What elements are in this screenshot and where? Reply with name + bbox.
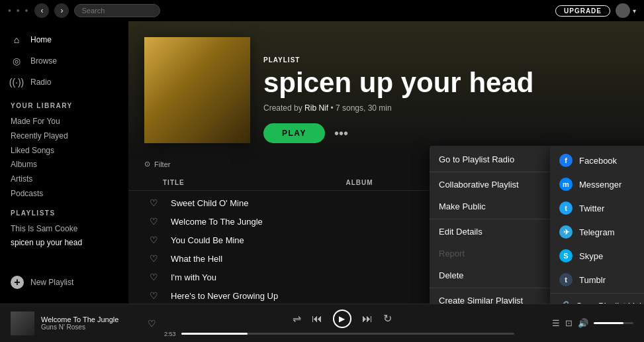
share-tumblr[interactable]: t Tumblr xyxy=(550,268,644,292)
sidebar-item-browse[interactable]: ◎ Browse xyxy=(0,50,128,72)
now-playing-area: Welcome To The Jungle Guns N' Roses ♡ xyxy=(11,312,156,335)
like-button[interactable]: ♡ xyxy=(144,272,163,282)
sidebar-item-label: Home xyxy=(30,35,52,44)
filter-icon: ⊙ xyxy=(144,160,150,168)
sidebar-item-liked-songs[interactable]: Liked Songs xyxy=(0,142,128,157)
content-area: PLAYLIST spicen up your head Created by … xyxy=(128,21,644,304)
twitter-icon: t xyxy=(559,201,573,215)
menu-divider xyxy=(430,172,562,172)
filter-area: ⊙ Filter xyxy=(144,160,170,168)
avatar-area[interactable]: ▾ xyxy=(616,3,636,18)
share-messenger-label: Messenger xyxy=(579,180,621,190)
menu-item-go-to-radio[interactable]: Go to Playlist Radio xyxy=(430,148,562,170)
sidebar-item-radio[interactable]: ((·)) Radio xyxy=(0,72,128,93)
menu-item-edit-details[interactable]: Edit Details xyxy=(430,221,562,243)
avatar xyxy=(616,3,630,18)
filter-label: Filter xyxy=(154,160,170,168)
menu-divider xyxy=(550,293,644,294)
copy-link-label: Copy Playlist Link xyxy=(576,301,644,304)
like-button[interactable]: ♡ xyxy=(144,198,163,208)
menu-item-collaborative[interactable]: Collaborative Playlist xyxy=(430,174,562,196)
like-button[interactable]: ♡ xyxy=(144,253,163,264)
share-submenu: f Facebook m Messenger t Twitter ✈ Teleg… xyxy=(550,146,644,304)
playlist-title: spicen up your head xyxy=(263,68,628,98)
home-icon: ⌂ xyxy=(11,34,23,46)
messenger-icon: m xyxy=(559,178,573,191)
heart-button[interactable]: ♡ xyxy=(148,318,156,329)
upgrade-button[interactable]: UPGRADE xyxy=(555,5,610,17)
sidebar-item-albums[interactable]: Albums xyxy=(0,156,128,171)
menu-item-delete[interactable]: Delete xyxy=(430,264,562,286)
repeat-button[interactable]: ↻ xyxy=(383,312,392,325)
now-playing-artist: Guns N' Roses xyxy=(41,323,141,331)
track-name: Welcome To The Jungle xyxy=(171,217,338,227)
sidebar-item-label: Radio xyxy=(30,78,51,87)
like-button[interactable]: ♡ xyxy=(144,235,163,245)
menu-divider xyxy=(430,288,562,288)
progress-track[interactable] xyxy=(181,333,514,335)
bottom-bar: Welcome To The Jungle Guns N' Roses ♡ ⇌ … xyxy=(0,304,644,342)
progress-bar-area: 2:53 xyxy=(164,331,520,337)
playlist-type-label: PLAYLIST xyxy=(263,56,628,64)
nav-back-button[interactable]: ‹ xyxy=(34,3,49,18)
share-messenger[interactable]: m Messenger xyxy=(550,172,644,196)
prev-button[interactable]: ⏮ xyxy=(312,313,322,325)
share-telegram-label: Telegram xyxy=(579,227,614,237)
new-playlist-button[interactable]: + New Playlist xyxy=(0,269,128,296)
chevron-down-icon: ▾ xyxy=(633,7,636,15)
col-title-header: TITLE xyxy=(163,179,346,186)
playlist-cover-art xyxy=(144,37,250,143)
playlist-meta-text: 7 songs, 30 min xyxy=(336,103,392,113)
play-button[interactable]: PLAY xyxy=(263,123,325,143)
skype-icon: S xyxy=(559,249,573,262)
like-button[interactable]: ♡ xyxy=(144,290,163,301)
share-twitter[interactable]: t Twitter xyxy=(550,196,644,220)
volume-icon[interactable]: 🔊 xyxy=(578,318,588,328)
queue-button[interactable]: ☰ xyxy=(552,318,560,328)
menu-divider xyxy=(430,219,562,219)
sidebar-item-artists[interactable]: Artists xyxy=(0,171,128,186)
share-skype[interactable]: S Skype xyxy=(550,244,644,268)
sidebar-item-label: Browse xyxy=(30,56,57,66)
progress-fill xyxy=(181,333,248,335)
creator-link[interactable]: Rib Nif xyxy=(304,103,328,113)
menu-item-make-public[interactable]: Make Public xyxy=(430,196,562,217)
sidebar: ⌂ Home ◎ Browse ((·)) Radio YOUR LIBRARY… xyxy=(0,21,128,304)
sidebar-item-made-for-you[interactable]: Made For You xyxy=(0,113,128,128)
menu-item-report: Report xyxy=(430,243,562,264)
browse-icon: ◎ xyxy=(11,55,23,67)
track-name: Sweet Child O' Mine xyxy=(171,198,338,208)
track-name: Here's to Never Growing Up xyxy=(171,291,338,301)
playlists-section-label: PLAYLISTS xyxy=(0,200,128,221)
more-options-button[interactable]: ••• xyxy=(334,127,348,140)
next-button[interactable]: ⏭ xyxy=(362,313,373,325)
current-time: 2:53 xyxy=(164,331,176,337)
library-section-label: YOUR LIBRARY xyxy=(0,93,128,113)
created-by-text: Created by xyxy=(263,103,302,113)
now-playing-title: Welcome To The Jungle xyxy=(41,315,141,323)
menu-item-create-similar[interactable]: Create Similar Playlist xyxy=(430,290,562,304)
shuffle-button[interactable]: ⇌ xyxy=(293,312,301,325)
tumblr-icon: t xyxy=(559,273,573,286)
new-playlist-label: New Playlist xyxy=(30,278,73,287)
plus-circle-icon: + xyxy=(11,276,24,289)
share-telegram[interactable]: ✈ Telegram xyxy=(550,220,644,244)
sidebar-item-recently-played[interactable]: Recently Played xyxy=(0,128,128,142)
facebook-icon: f xyxy=(559,154,573,167)
sidebar-playlist-this-is-sam-cooke[interactable]: This Is Sam Cooke xyxy=(0,221,128,235)
nav-forward-button[interactable]: › xyxy=(54,3,69,18)
search-input[interactable] xyxy=(74,4,160,17)
share-copy-link[interactable]: 🔗 Copy Playlist Link ← xyxy=(550,295,644,304)
now-playing-info: Welcome To The Jungle Guns N' Roses xyxy=(41,315,141,331)
sidebar-item-podcasts[interactable]: Podcasts xyxy=(0,186,128,200)
like-button[interactable]: ♡ xyxy=(144,216,163,227)
share-skype-label: Skype xyxy=(579,251,603,261)
action-row: PLAY ••• xyxy=(263,123,628,143)
play-pause-button[interactable]: ▶ xyxy=(333,310,351,328)
devices-button[interactable]: ⊡ xyxy=(565,318,573,328)
top-bar: • • • ‹ › UPGRADE ▾ xyxy=(0,0,644,21)
volume-bar[interactable] xyxy=(594,322,633,324)
sidebar-item-home[interactable]: ⌂ Home xyxy=(0,29,128,50)
sidebar-playlist-spicen-up-your-head[interactable]: spicen up your head xyxy=(0,235,128,249)
share-facebook[interactable]: f Facebook xyxy=(550,148,644,172)
